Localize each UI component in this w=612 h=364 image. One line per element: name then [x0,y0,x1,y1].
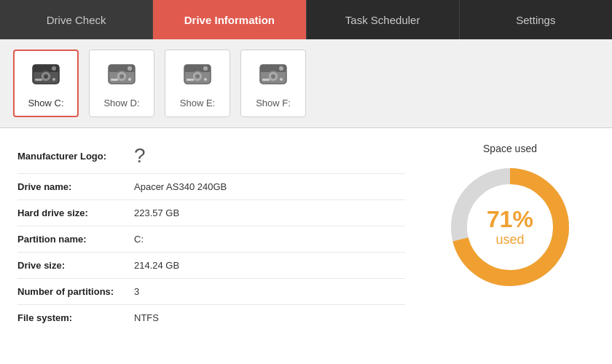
drive-label-d: Show D: [103,98,139,108]
drive-label-c: Show C: [28,98,63,108]
donut-percent: 71% [487,207,533,232]
info-table: Manufacturer Logo: ? Drive name: Apacer … [0,128,423,364]
row-num-partitions: Number of partitions: 3 [17,279,405,305]
partition-name-value: C: [134,234,144,245]
manufacturer-logo-value: ? [134,146,146,166]
partition-name-label: Partition name: [17,234,134,245]
drive-name-value: Apacer AS340 240GB [134,181,227,192]
main-content: Manufacturer Logo: ? Drive name: Apacer … [0,128,612,364]
svg-point-20 [204,78,207,81]
drive-btn-d[interactable]: Show D: [89,50,154,117]
tab-bar: Drive Check Drive Information Task Sched… [0,0,612,39]
hdd-icon-e [181,58,213,93]
drive-btn-f[interactable]: Show F: [240,50,306,117]
svg-point-23 [279,66,283,71]
row-file-system: File system: NTFS [17,305,405,331]
svg-rect-26 [262,79,270,81]
drive-label-f: Show F: [256,98,291,108]
num-partitions-label: Number of partitions: [17,286,134,297]
svg-rect-12 [111,79,118,81]
tab-settings[interactable]: Settings [460,0,612,39]
donut-used: used [487,232,533,248]
tab-drive-check[interactable]: Drive Check [0,0,153,39]
tab-task-scheduler[interactable]: Task Scheduler [307,0,460,39]
donut-label: 71% used [487,207,533,248]
svg-rect-5 [35,79,42,81]
chart-area: Space used 71% used [423,128,612,364]
row-hard-drive-size: Hard drive size: 223.57 GB [17,200,405,226]
row-manufacturer-logo: Manufacturer Logo: ? [17,138,405,174]
svg-point-2 [52,66,56,71]
tab-drive-information[interactable]: Drive Information [153,0,306,39]
file-system-value: NTFS [134,312,159,323]
drive-selector: Show C: Show D: [0,39,612,128]
drive-name-label: Drive name: [17,181,134,192]
svg-point-25 [271,74,275,79]
chart-title: Space used [483,143,537,154]
row-partition-name: Partition name: C: [17,226,405,253]
row-drive-size: Drive size: 214.24 GB [17,253,405,279]
svg-point-18 [195,74,200,79]
drive-label-e: Show E: [180,98,215,108]
manufacturer-logo-label: Manufacturer Logo: [17,151,134,162]
svg-point-4 [44,74,48,79]
svg-point-27 [280,78,283,81]
drive-btn-e[interactable]: Show E: [165,50,230,117]
svg-point-9 [128,66,132,71]
row-drive-name: Drive name: Apacer AS340 240GB [17,174,405,200]
svg-point-11 [119,74,124,79]
drive-btn-c[interactable]: Show C: [13,50,79,117]
svg-point-6 [52,78,55,81]
drive-size-value: 214.24 GB [134,260,179,271]
svg-point-16 [203,66,208,71]
drive-size-label: Drive size: [17,260,134,271]
hdd-icon-c [30,58,62,93]
num-partitions-value: 3 [134,286,139,297]
file-system-label: File system: [17,312,134,323]
donut-chart: 71% used [444,162,576,293]
hard-drive-size-label: Hard drive size: [17,207,134,218]
svg-rect-19 [187,79,194,81]
hdd-icon-f [257,58,289,93]
hdd-icon-d [106,58,138,93]
svg-point-13 [128,78,131,81]
hard-drive-size-value: 223.57 GB [134,207,179,218]
